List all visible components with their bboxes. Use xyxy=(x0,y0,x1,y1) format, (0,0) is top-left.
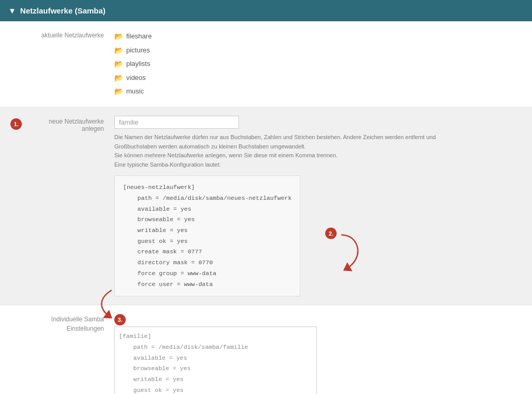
neue-content: Die Namen der Netzlaufwerke dürfen nur a… xyxy=(114,116,522,296)
code-box: [neues-netzlaufwerk] path = /media/disk/… xyxy=(114,175,300,296)
code-line: browseable = yes xyxy=(123,214,291,225)
code-line: directory mask = 0770 xyxy=(123,257,291,268)
code-line: create mask = 0777 xyxy=(123,247,291,257)
code-line: force user = www-data xyxy=(123,279,291,290)
drive-name: fileshare xyxy=(126,30,152,43)
code-box-wrapper: [neues-netzlaufwerk] path = /media/disk/… xyxy=(114,169,300,296)
folder-icon: 📂 xyxy=(114,44,123,58)
textarea-step3-area: 3. <span class="highlighted-bracket">[fa… xyxy=(114,314,317,394)
section-header: ▼ Netzlaufwerke (Samba) xyxy=(0,0,532,21)
section-title: Netzlaufwerke (Samba) xyxy=(20,6,105,15)
hint-text-container: Die Namen der Netzlaufwerke dürfen nur a… xyxy=(114,133,468,169)
folder-icon: 📂 xyxy=(114,85,123,99)
arrow-icon: ▼ xyxy=(8,6,16,15)
folder-icon: 📂 xyxy=(114,30,123,44)
drive-item: 📂 playlists xyxy=(114,57,522,71)
code-line: guest ok = yes xyxy=(123,236,291,247)
code-line: [neues-netzlaufwerk] xyxy=(123,182,291,193)
drive-name: music xyxy=(126,85,144,98)
neue-netzlaufwerk-input[interactable] xyxy=(114,116,239,129)
neue-netzlaufwerke-section: 1. neue Netzlaufwerke anlegen Die Namen … xyxy=(0,107,532,305)
folder-icon: 📂 xyxy=(114,71,123,85)
textarea-samba[interactable]: <span class="highlighted-bracket">[famil… xyxy=(114,327,317,394)
step3-label-row: 3. xyxy=(114,314,317,325)
code-line: available = yes xyxy=(123,204,291,215)
drive-item: 📂 music xyxy=(114,85,522,99)
drive-name: playlists xyxy=(126,58,150,71)
aktuelle-netzlaufwerke-row: aktuelle Netzlaufwerke 📂 fileshare 📂 pic… xyxy=(0,21,532,107)
curved-arrow-svg xyxy=(339,232,370,274)
curved-arrow3-svg xyxy=(96,288,122,319)
folder-icon: 📂 xyxy=(114,57,123,71)
drives-list-container: 📂 fileshare 📂 pictures 📂 playlists 📂 vid… xyxy=(114,30,522,99)
individuelle-label2: Einstellungen xyxy=(66,325,104,332)
neue-label-area: 1. neue Netzlaufwerke anlegen xyxy=(10,116,114,132)
drive-name: pictures xyxy=(126,44,150,57)
hint3: Eine typische Samba-Konfiguration lautet… xyxy=(114,161,221,168)
code-line: path = /media/disk/samba/neues-netzlaufw… xyxy=(123,193,291,204)
step-2-badge: 2. xyxy=(325,227,337,239)
hint2: Sie können mehrere Netzlaufwerke anlegen… xyxy=(114,152,338,158)
step2-area: 2. xyxy=(325,227,337,239)
drive-item: 📂 fileshare xyxy=(114,30,522,44)
neue-inner: 1. neue Netzlaufwerke anlegen Die Namen … xyxy=(10,116,522,296)
aktuelle-label: aktuelle Netzlaufwerke xyxy=(10,30,114,39)
step3-wrapper: 3. <span class="highlighted-bracket">[fa… xyxy=(114,314,522,394)
individuelle-section: Individuelle Samba Einstellungen 3. xyxy=(0,305,532,394)
drive-item: 📂 pictures xyxy=(114,44,522,58)
step-1-badge: 1. xyxy=(10,118,22,130)
code-line: writable = yes xyxy=(123,225,291,236)
neue-label: neue Netzlaufwerke anlegen xyxy=(26,118,104,132)
individuelle-content: 3. <span class="highlighted-bracket">[fa… xyxy=(114,314,522,394)
code-line: force group = www-data xyxy=(123,268,291,279)
drive-name: videos xyxy=(126,72,146,85)
hint1: Die Namen der Netzlaufwerke dürfen nur a… xyxy=(114,134,436,150)
drive-item: 📂 videos xyxy=(114,71,522,85)
drives-list: 📂 fileshare 📂 pictures 📂 playlists 📂 vid… xyxy=(114,30,522,99)
